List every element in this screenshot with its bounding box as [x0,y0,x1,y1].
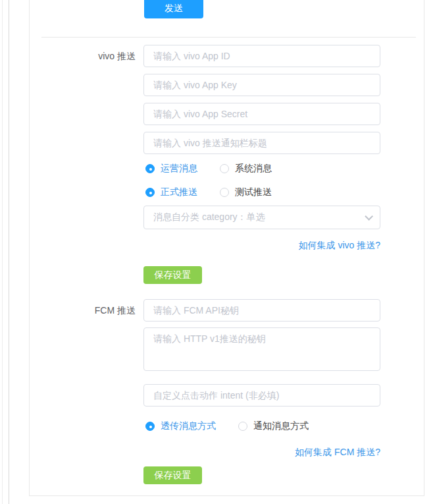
radio-checked-icon [145,422,155,431]
panel-bottom-border [29,495,424,496]
vivo-system-message-radio[interactable]: 系统消息 [220,163,272,175]
vivo-app-id-input[interactable] [143,45,380,67]
radio-option-label: 运营消息 [161,163,197,175]
fcm-delivery-mode-radio-group: 透传消息方式 通知消息方式 [145,420,309,433]
push-settings-page: 发送 vivo 推送 运营消息 系统消息 正式推送 测试推送 消息自分类 cat… [0,0,435,504]
panel-left-border [29,0,30,496]
vivo-push-mode-radio-group: 正式推送 测试推送 [145,186,272,199]
send-button[interactable]: 发送 [144,0,203,18]
chevron-down-icon [365,212,373,221]
radio-unchecked-icon [220,164,229,173]
fcm-intent-input[interactable] [143,384,380,406]
radio-option-label: 通知消息方式 [253,420,309,432]
vivo-integration-help-link[interactable]: 如何集成 vivo 推送? [299,240,380,252]
vivo-message-type-radio-group: 运营消息 系统消息 [145,162,272,175]
radio-checked-icon [145,188,155,197]
select-placeholder-text: 消息自分类 category：单选 [153,211,365,223]
section-divider [41,37,416,38]
fcm-save-settings-button[interactable]: 保存设置 [143,466,202,484]
vivo-push-section-label: vivo 推送 [63,45,136,67]
fcm-api-key-input[interactable] [143,299,380,322]
radio-option-label: 透传消息方式 [161,420,216,432]
radio-checked-icon [145,164,155,173]
vivo-operation-message-radio[interactable]: 运营消息 [145,163,197,175]
radio-unchecked-icon [238,422,247,431]
fcm-push-section-label: FCM 推送 [63,299,136,322]
sidebar-edge-line [9,0,9,504]
vivo-official-push-radio[interactable]: 正式推送 [145,186,197,198]
fcm-integration-help-link[interactable]: 如何集成 FCM 推送? [295,447,380,459]
vivo-save-settings-button[interactable]: 保存设置 [143,266,202,284]
radio-option-label: 测试推送 [235,186,272,198]
radio-unchecked-icon [220,188,229,197]
radio-option-label: 正式推送 [161,186,197,198]
vivo-category-select[interactable]: 消息自分类 category：单选 [143,206,380,229]
vivo-notification-title-input[interactable] [143,132,380,154]
vivo-app-secret-input[interactable] [143,103,380,125]
vivo-test-push-radio[interactable]: 测试推送 [220,186,272,198]
page-edge-line [2,0,3,504]
panel-right-border [424,0,424,496]
vivo-app-key-input[interactable] [143,74,380,96]
fcm-data-message-radio[interactable]: 透传消息方式 [145,420,216,432]
fcm-http-v1-key-textarea[interactable] [143,327,380,371]
radio-option-label: 系统消息 [235,163,272,175]
fcm-notification-message-radio[interactable]: 通知消息方式 [238,420,309,432]
